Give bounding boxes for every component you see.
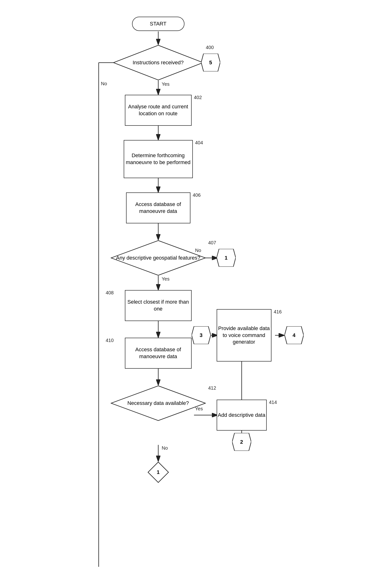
box-416-label: Provide available data to voice command … (217, 325, 271, 346)
connector-1a: 1 (217, 249, 236, 267)
box-402: Analyse route and current location on ro… (125, 95, 192, 126)
decision-412-label: Necessary data available? (127, 400, 189, 406)
box-406: Access database of manoeuvre data (126, 192, 190, 223)
connector-3: 3 (192, 326, 211, 344)
connector-1b-label: 1 (157, 469, 159, 475)
ref-404: 404 (195, 140, 203, 146)
connector-2: 2 (232, 433, 251, 451)
ref-408: 408 (106, 290, 114, 295)
connector-1b: 1 (148, 462, 169, 483)
box-404: Determine forthcoming manoeuvre to be pe… (124, 140, 193, 178)
decision-412: Necessary data available? (111, 385, 206, 421)
label-no-400: No (101, 81, 107, 86)
ref-414: 414 (269, 400, 277, 405)
label-no-412: No (162, 445, 168, 451)
decision-400: Instructions received? (113, 45, 203, 81)
box-410: Access database of manoeuvre data (125, 338, 192, 369)
ref-407: 407 (208, 240, 216, 246)
box-414-label: Add descriptive data (218, 412, 265, 419)
connector-3-label: 3 (200, 332, 202, 338)
box-408: Select closest if more than one (125, 290, 192, 321)
decision-400-label: Instructions received? (133, 60, 184, 65)
box-410-label: Access database of manoeuvre data (125, 346, 191, 360)
ref-412: 412 (208, 385, 216, 391)
box-414: Add descriptive data (217, 400, 267, 431)
start-label: START (150, 21, 166, 27)
connector-4-label: 4 (293, 332, 295, 338)
box-404-label: Determine forthcoming manoeuvre to be pe… (124, 152, 192, 166)
ref-402: 402 (194, 95, 202, 100)
connector-4: 4 (285, 326, 304, 344)
flowchart-diagram: START Instructions received? 400 5 No Ye… (84, 10, 299, 581)
ref-410: 410 (106, 338, 114, 343)
label-yes-412: Yes (195, 406, 203, 412)
connector-1a-label: 1 (225, 255, 227, 261)
label-yes-407: Yes (162, 276, 170, 282)
connector-2-label: 2 (240, 439, 243, 445)
ref-406: 406 (193, 192, 201, 198)
connector-5-label: 5 (209, 60, 212, 66)
decision-407-label: Any descriptive geospatial features? (116, 255, 200, 261)
decision-407: Any descriptive geospatial features? (111, 240, 206, 276)
label-yes-400: Yes (162, 82, 170, 87)
connector-5: 5 (201, 54, 220, 71)
box-406-label: Access database of manoeuvre data (127, 201, 190, 215)
box-402-label: Analyse route and current location on ro… (125, 103, 191, 117)
ref-400: 400 (206, 45, 214, 50)
arrows-layer (84, 10, 299, 581)
box-408-label: Select closest if more than one (125, 299, 191, 312)
ref-416: 416 (274, 309, 282, 315)
start-node: START (132, 17, 184, 31)
label-no-407: No (195, 248, 202, 253)
box-416: Provide available data to voice command … (217, 309, 271, 361)
